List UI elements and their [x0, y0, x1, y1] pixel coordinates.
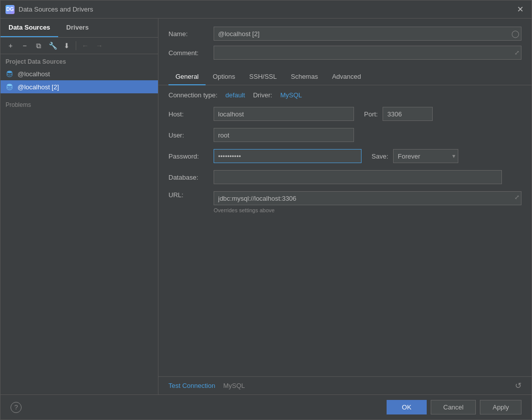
cancel-button[interactable]: Cancel — [431, 400, 476, 414]
close-button[interactable]: ✕ — [514, 4, 526, 15]
comment-row: Comment: ⤢ — [168, 46, 521, 60]
connection-type-value[interactable]: default — [226, 91, 245, 99]
url-expand-icon[interactable]: ⤢ — [514, 194, 519, 201]
tab-ssh-ssl[interactable]: SSH/SSL — [242, 69, 284, 85]
dialog-window: DG Data Sources and Drivers ✕ Data Sourc… — [0, 0, 532, 420]
test-connection-button[interactable]: Test Connection — [168, 382, 215, 389]
datasource-icon-2 — [6, 83, 14, 91]
move-button[interactable]: ⬇ — [61, 40, 73, 52]
name-input-wrapper: ◯ — [214, 27, 521, 41]
copy-button[interactable]: ⧉ — [33, 40, 45, 52]
password-label: Password: — [168, 153, 214, 160]
database-row: Database: — [168, 170, 521, 184]
save-select[interactable]: Forever Until restart Never — [393, 149, 458, 163]
host-row: Host: Port: — [168, 107, 521, 121]
save-section: Save: Forever Until restart Never — [372, 149, 458, 163]
comment-input[interactable] — [214, 46, 521, 60]
save-select-wrapper: Forever Until restart Never — [393, 149, 458, 163]
right-panel: Name: ◯ Comment: ⤢ General Opti — [158, 19, 531, 394]
user-label: User: — [168, 131, 214, 139]
app-icon: DG — [6, 5, 15, 14]
comment-expand-icon[interactable]: ⤢ — [514, 49, 519, 56]
footer-left: ? — [11, 402, 22, 413]
host-input[interactable] — [214, 107, 354, 121]
datasource-label-2: @localhost [2] — [18, 83, 59, 91]
dialog-footer: ? OK Cancel Apply — [1, 394, 531, 419]
save-label: Save: — [372, 153, 388, 160]
user-row: User: — [168, 128, 521, 142]
datasource-item-localhost[interactable]: @localhost — [1, 67, 158, 80]
project-data-sources-label: Project Data Sources — [1, 54, 158, 67]
name-comment-section: Name: ◯ Comment: ⤢ — [158, 19, 531, 69]
connection-type-label: Connection type: — [168, 91, 218, 99]
config-content: Connection type: default Driver: MySQL H… — [158, 85, 531, 376]
add-button[interactable]: + — [5, 40, 17, 52]
problems-section: Problems — [1, 97, 158, 112]
tab-data-sources[interactable]: Data Sources — [1, 19, 58, 37]
port-input[interactable] — [383, 107, 433, 121]
driver-name-label: MySQL — [223, 382, 245, 389]
user-input[interactable] — [214, 128, 354, 142]
tab-advanced[interactable]: Advanced — [325, 69, 368, 85]
footer-right: OK Cancel Apply — [387, 400, 521, 414]
left-toolbar: + − ⧉ 🔧 ⬇ ← → — [1, 38, 158, 54]
name-label: Name: — [168, 30, 214, 38]
url-row: URL: ⤢ — [168, 191, 521, 205]
comment-input-wrapper: ⤢ — [214, 46, 521, 60]
settings-button[interactable]: 🔧 — [47, 40, 59, 52]
ok-button[interactable]: OK — [387, 400, 427, 414]
name-input[interactable] — [214, 27, 521, 41]
name-expand-icon[interactable]: ◯ — [511, 30, 519, 38]
password-input[interactable] — [214, 149, 362, 163]
url-label: URL: — [168, 191, 214, 199]
password-row: Password: Save: Forever Until restart Ne… — [168, 149, 521, 163]
database-label: Database: — [168, 174, 214, 181]
left-tabs: Data Sources Drivers — [1, 19, 158, 38]
bottom-strip: Test Connection MySQL ↺ — [158, 376, 531, 394]
reset-icon[interactable]: ↺ — [515, 381, 521, 390]
tab-options[interactable]: Options — [206, 69, 242, 85]
apply-button[interactable]: Apply — [480, 400, 521, 414]
title-bar: DG Data Sources and Drivers ✕ — [1, 1, 531, 19]
toolbar-separator — [76, 41, 76, 50]
datasource-label: @localhost — [18, 70, 50, 78]
main-content: Data Sources Drivers + − ⧉ 🔧 ⬇ ← → Proje… — [1, 19, 531, 394]
help-button[interactable]: ? — [11, 402, 22, 413]
forward-button[interactable]: → — [93, 40, 105, 52]
back-button[interactable]: ← — [79, 40, 91, 52]
port-section: Port: — [364, 107, 433, 121]
port-label: Port: — [364, 110, 378, 118]
comment-label: Comment: — [168, 49, 214, 57]
name-row: Name: ◯ — [168, 27, 521, 41]
url-input[interactable] — [214, 191, 521, 205]
config-tabs: General Options SSH/SSL Schemas Advanced — [158, 69, 531, 85]
tab-drivers[interactable]: Drivers — [58, 19, 97, 37]
left-panel: Data Sources Drivers + − ⧉ 🔧 ⬇ ← → Proje… — [1, 19, 158, 394]
database-input[interactable] — [214, 170, 502, 184]
host-label: Host: — [168, 110, 214, 118]
url-input-wrapper: ⤢ — [214, 191, 521, 205]
driver-value[interactable]: MySQL — [280, 91, 302, 99]
tab-general[interactable]: General — [168, 69, 206, 85]
connection-type-row: Connection type: default Driver: MySQL — [168, 91, 521, 99]
window-title: Data Sources and Drivers — [19, 6, 514, 13]
datasource-item-localhost-2[interactable]: @localhost [2] — [1, 80, 158, 93]
url-hint: Overrides settings above — [168, 207, 521, 213]
driver-label: Driver: — [253, 91, 272, 99]
tab-schemas[interactable]: Schemas — [284, 69, 325, 85]
datasource-icon — [6, 70, 14, 78]
remove-button[interactable]: − — [19, 40, 31, 52]
problems-label: Problems — [6, 101, 31, 108]
